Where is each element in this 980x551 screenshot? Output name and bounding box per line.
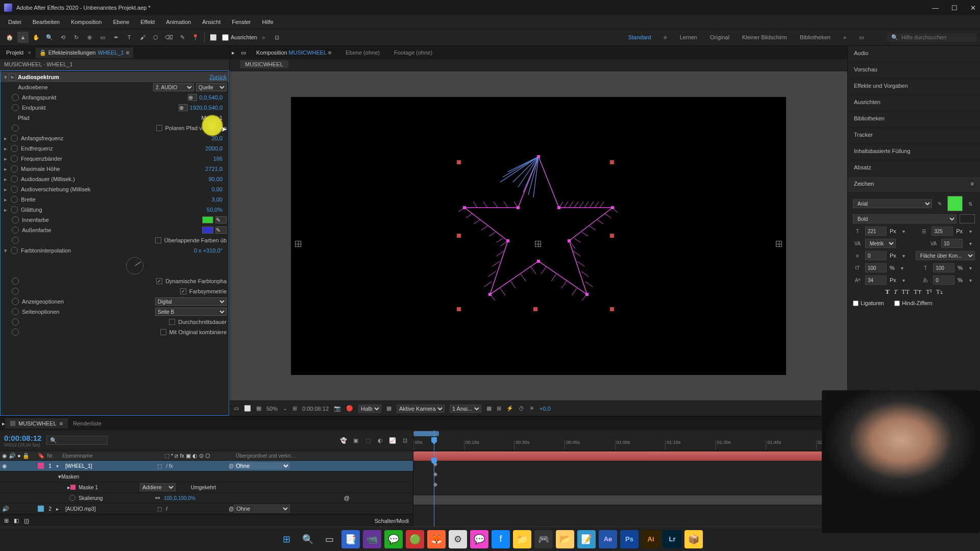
end-point-value[interactable]: 1920,0,540,0 (190, 105, 223, 111)
roto-tool[interactable]: ✎ (177, 32, 188, 43)
link-icon[interactable]: ⚯ (155, 495, 160, 502)
menu-composition[interactable]: Komposition (66, 17, 107, 27)
puppet-tool[interactable]: 📍 (190, 32, 201, 43)
stopwatch-icon[interactable] (11, 145, 18, 152)
stopwatch-icon[interactable] (11, 176, 18, 183)
selection-handle[interactable] (610, 307, 614, 311)
taskbar-search[interactable]: 🔍 (299, 530, 317, 548)
snap-toggle[interactable]: ⬜ (208, 32, 219, 43)
menu-help[interactable]: Hilfe (257, 17, 279, 27)
transparency-grid-icon[interactable]: ▦ (386, 405, 391, 412)
fast-preview-icon[interactable]: ⚡ (506, 405, 513, 412)
stamp-tool[interactable]: ⬡ (150, 32, 161, 43)
stopwatch-icon[interactable] (12, 278, 19, 285)
fx-badge[interactable]: fx (9, 73, 16, 81)
selection-handle[interactable] (610, 234, 614, 238)
scale-row[interactable]: Skalierung ⚯ 100,0,100,0% @ (0, 493, 413, 504)
layer-row-2[interactable]: 🔊 2 ▸ [AUDIO.mp3] ⬚ / @ Ohne (0, 504, 413, 514)
reset-link[interactable]: Zurück (209, 74, 227, 80)
hscale-input[interactable] (933, 263, 954, 272)
hand-tool[interactable]: ✋ (31, 32, 42, 43)
taskbar-facebook[interactable]: f (492, 530, 510, 548)
zoom-menu-icon[interactable]: ⌄ (283, 405, 287, 412)
eraser-tool[interactable]: ⌫ (163, 32, 175, 43)
switches-modes-label[interactable]: Schalter/Modi (375, 518, 409, 524)
small-caps-button[interactable]: Tᴛ (914, 288, 922, 296)
font-size-input[interactable] (865, 227, 887, 236)
taskbar-explorer[interactable]: 📂 (556, 530, 574, 548)
menu-window[interactable]: Fenster (227, 17, 256, 27)
timeline-search-input[interactable] (46, 436, 108, 445)
twisty-icon[interactable]: ▸ (3, 186, 9, 193)
scale-value[interactable]: 100,0,100,0% (164, 495, 195, 501)
audio-off-value[interactable]: 0,00 (212, 186, 223, 192)
display-select[interactable]: Digital (155, 297, 227, 306)
taskbar-whatsapp[interactable]: 💬 (384, 530, 403, 548)
overlap-checkbox[interactable] (155, 237, 161, 243)
panel-menu-icon[interactable]: ≡ (126, 49, 129, 56)
faux-bold-button[interactable]: T (885, 288, 890, 296)
twisty-icon[interactable]: ▸ (3, 135, 9, 142)
taskbar-app[interactable]: 📑 (341, 530, 360, 548)
fill-over-select[interactable]: Fläche über Kon... (916, 251, 975, 260)
parent-select[interactable]: Ohne (234, 462, 290, 469)
help-search-input[interactable] (901, 34, 973, 40)
twisty-icon[interactable]: ▾ (3, 74, 9, 81)
toggle-modes-icon[interactable]: ◧ (14, 517, 19, 524)
layer-color-swatch[interactable] (38, 506, 44, 512)
align-checkbox[interactable] (222, 34, 229, 41)
comp-panel-toggle[interactable]: ▸ (232, 49, 235, 56)
taskbar-app[interactable]: 📦 (684, 530, 703, 548)
zoom-tool[interactable]: 🔍 (44, 32, 55, 43)
panel-menu-icon[interactable]: ≡ (328, 49, 331, 56)
tsume-input[interactable] (933, 276, 954, 285)
taskbar-taskview[interactable]: ▭ (320, 530, 338, 548)
vscale-input[interactable] (865, 263, 887, 272)
exposure-value[interactable]: +0,0 (540, 406, 551, 412)
dyn-hue-checkbox[interactable] (156, 278, 162, 284)
effect-title[interactable]: Audiospektrum (18, 74, 209, 80)
section-preview[interactable]: Vorschau (848, 62, 980, 79)
workspace-overflow[interactable]: » (843, 34, 846, 40)
rotate-tool[interactable]: ↻ (70, 32, 82, 43)
section-audio[interactable]: Audio (848, 46, 980, 62)
close-tab-icon[interactable]: × (28, 49, 31, 56)
layer-handle[interactable] (776, 241, 782, 247)
side-select[interactable]: Seite B (155, 308, 227, 316)
layer-name[interactable]: [WHEEL_1] (65, 463, 157, 469)
tab-composition[interactable]: Komposition MUSICWHEEL ≡ (252, 47, 335, 58)
taskbar-firefox[interactable]: 🦊 (427, 530, 446, 548)
section-effects[interactable]: Effekte und Vorgaben (848, 79, 980, 95)
all-caps-button[interactable]: TT (901, 288, 910, 296)
audio-source-select[interactable]: Quelle (196, 83, 227, 91)
stopwatch-icon[interactable] (12, 288, 19, 295)
orbit-tool[interactable]: ⟲ (57, 32, 68, 43)
menu-animation[interactable]: Animation (161, 17, 196, 27)
selection-handle[interactable] (610, 160, 614, 164)
inner-color-swatch[interactable] (202, 216, 213, 223)
taskbar-photoshop[interactable]: Ps (620, 530, 639, 548)
twisty-icon[interactable]: ▸ (3, 176, 9, 183)
close-button[interactable]: ✕ (970, 4, 976, 12)
section-align[interactable]: Ausrichten (848, 95, 980, 111)
tracking-input[interactable] (941, 239, 963, 248)
timeline-icon[interactable]: ⏱ (519, 406, 524, 412)
snap-options-2[interactable]: ⊡ (272, 32, 283, 43)
frame-blend-icon[interactable]: ⬚ (364, 437, 372, 444)
selection-tool[interactable]: ▲ (17, 32, 29, 43)
maximize-button[interactable]: ☐ (951, 4, 958, 12)
stopwatch-icon[interactable] (12, 227, 19, 234)
stopwatch-icon[interactable] (11, 247, 18, 254)
stopwatch-icon[interactable] (12, 308, 19, 315)
composition-viewer[interactable] (291, 97, 786, 375)
selection-handle[interactable] (457, 160, 461, 164)
taskbar-lightroom[interactable]: Lr (663, 530, 681, 548)
workspace-standard[interactable]: Standard (628, 34, 651, 40)
stopwatch-icon[interactable] (12, 104, 19, 111)
stopwatch-icon[interactable] (12, 94, 19, 101)
work-area-bar[interactable] (413, 431, 439, 436)
camera-select[interactable]: Aktive Kamera (397, 405, 445, 413)
taskbar-obs[interactable]: 🎮 (534, 530, 553, 548)
draft-3d-icon[interactable]: ▣ (352, 437, 360, 444)
selection-handle[interactable] (533, 307, 537, 311)
